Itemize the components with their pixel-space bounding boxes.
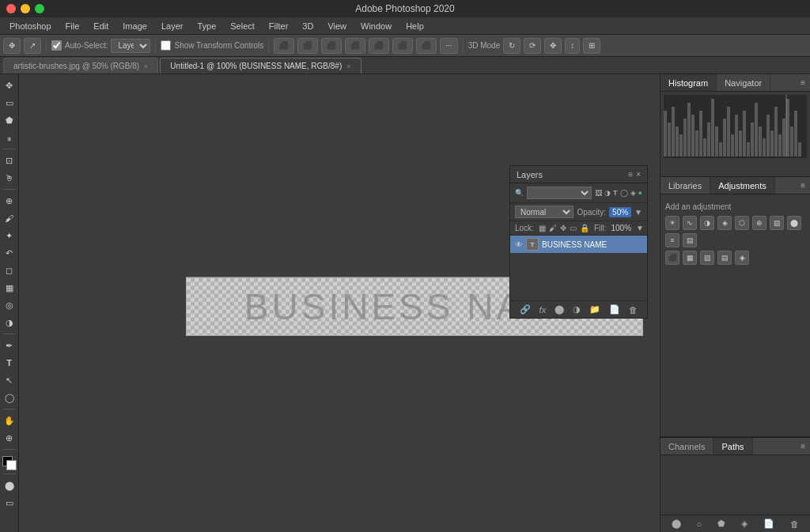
- menu-type[interactable]: Type: [191, 20, 222, 32]
- tab-close-1[interactable]: ×: [346, 62, 350, 70]
- maximize-button[interactable]: [35, 4, 44, 13]
- close-button[interactable]: [6, 4, 16, 13]
- 3d-pan[interactable]: ✥: [544, 38, 562, 54]
- toolbar-move-tool[interactable]: ✥: [3, 38, 21, 54]
- new-layer-icon[interactable]: 📄: [609, 304, 620, 315]
- menu-file[interactable]: File: [59, 20, 86, 32]
- adj-brightness-icon[interactable]: ☀: [665, 216, 679, 230]
- crop-tool[interactable]: ⊡: [2, 153, 17, 168]
- delete-layer-icon[interactable]: 🗑: [629, 305, 638, 315]
- hand-tool[interactable]: ✋: [2, 413, 17, 428]
- magic-wand[interactable]: ⁎: [2, 130, 17, 145]
- tab-navigator[interactable]: Navigator: [717, 74, 770, 91]
- align-center-h[interactable]: ⬛: [297, 38, 318, 54]
- adj-exposure-icon[interactable]: ◑: [700, 216, 714, 230]
- tab-untitled[interactable]: Untitled-1 @ 100% (BUSINESS NAME, RGB/8#…: [160, 58, 361, 74]
- opacity-value[interactable]: 50%: [609, 207, 631, 217]
- adj-invert-icon[interactable]: ⬛: [665, 251, 679, 265]
- menu-layer[interactable]: Layer: [155, 20, 190, 32]
- tab-libraries[interactable]: Libraries: [660, 177, 710, 194]
- lock-image-icon[interactable]: 🖌: [549, 224, 557, 232]
- paths-new-icon[interactable]: 📄: [763, 519, 774, 529]
- align-right[interactable]: ⬛: [321, 38, 342, 54]
- menu-image[interactable]: Image: [116, 20, 153, 32]
- adj-color-balance-icon[interactable]: ⊕: [752, 216, 766, 230]
- filter-type-icon[interactable]: T: [613, 189, 618, 197]
- adj-threshold-icon[interactable]: ▧: [700, 251, 714, 265]
- eyedropper-tool[interactable]: 🖰: [2, 170, 17, 186]
- fill-arrow[interactable]: ▼: [636, 224, 644, 232]
- lock-all-icon[interactable]: 🔒: [580, 224, 589, 232]
- path-select[interactable]: ↖: [2, 372, 17, 388]
- more-options[interactable]: ···: [440, 38, 457, 54]
- layers-close-btn[interactable]: ×: [636, 170, 641, 179]
- lock-position-icon[interactable]: ✥: [560, 224, 566, 232]
- adj-channel-mixer-icon[interactable]: ≡: [665, 233, 679, 247]
- brush-tool[interactable]: 🖌: [2, 210, 17, 226]
- minimize-button[interactable]: [21, 4, 30, 13]
- shape-tool[interactable]: ◯: [2, 390, 17, 406]
- heal-tool[interactable]: ⊕: [2, 193, 17, 209]
- tab-channels[interactable]: Channels: [660, 438, 713, 455]
- autoselectcheckbox[interactable]: [51, 40, 62, 51]
- selection-tool[interactable]: ▭: [2, 95, 17, 111]
- opacity-arrow[interactable]: ▼: [634, 208, 642, 217]
- 3d-rotate[interactable]: ↻: [503, 38, 520, 54]
- tab-artistic-brushes[interactable]: artistic-brushes.jpg @ 50% (RGB/8) ×: [3, 58, 158, 74]
- adj-curves-icon[interactable]: ∿: [683, 216, 697, 230]
- menu-help[interactable]: Help: [399, 20, 430, 32]
- text-tool[interactable]: T: [2, 355, 17, 371]
- filter-shape-icon[interactable]: ◯: [620, 189, 628, 197]
- paths-work-path-icon[interactable]: ◈: [741, 519, 748, 529]
- screen-mode[interactable]: ▭: [2, 495, 17, 511]
- layers-kind-select[interactable]: Kind: [527, 187, 592, 199]
- adjustment-icon[interactable]: ◑: [573, 304, 581, 315]
- adj-photo-filter-icon[interactable]: ⬤: [787, 216, 801, 230]
- gradient-tool[interactable]: ▦: [2, 280, 17, 296]
- adj-hsl-icon[interactable]: ⬡: [735, 216, 749, 230]
- align-center-v[interactable]: ⬛: [369, 38, 389, 54]
- paths-collapse[interactable]: ≡: [801, 442, 805, 451]
- tab-histogram[interactable]: Histogram: [660, 74, 717, 91]
- distribute-h[interactable]: ⬛: [416, 38, 437, 54]
- adj-posterize-icon[interactable]: ▦: [683, 251, 697, 265]
- filter-adjust-icon[interactable]: ◑: [604, 189, 611, 197]
- color-swatch[interactable]: [2, 456, 17, 470]
- layer-visibility-eye[interactable]: 👁: [515, 240, 523, 249]
- pen-tool[interactable]: ✒: [2, 338, 17, 353]
- paths-fill-icon[interactable]: ⬤: [672, 519, 681, 529]
- adj-black-white-icon[interactable]: ▨: [770, 216, 784, 230]
- 3d-slide[interactable]: ↕: [565, 38, 580, 54]
- filter-toggle[interactable]: ●: [638, 189, 642, 197]
- menu-photoshop[interactable]: Photoshop: [3, 20, 58, 32]
- layers-menu-btn[interactable]: ≡: [628, 170, 633, 179]
- 3d-scale[interactable]: ⊞: [583, 38, 600, 54]
- fx-icon[interactable]: fx: [539, 305, 547, 315]
- blur-tool[interactable]: ◎: [2, 297, 17, 313]
- history-brush[interactable]: ↶: [2, 245, 17, 261]
- 3d-orbit[interactable]: ⟳: [524, 38, 541, 54]
- menu-filter[interactable]: Filter: [263, 20, 294, 32]
- menu-view[interactable]: View: [321, 20, 353, 32]
- menu-3d[interactable]: 3D: [296, 20, 320, 32]
- tab-close-0[interactable]: ×: [144, 62, 148, 70]
- quick-mask[interactable]: ⬤: [2, 477, 17, 493]
- add-mask-icon[interactable]: ⬤: [555, 304, 564, 315]
- adj-gradient-map-icon[interactable]: ▤: [717, 251, 732, 265]
- paths-delete-icon[interactable]: 🗑: [790, 519, 799, 529]
- fill-value[interactable]: 100%: [611, 224, 631, 232]
- menu-window[interactable]: Window: [354, 20, 398, 32]
- clone-tool[interactable]: ✦: [2, 228, 17, 243]
- menu-edit[interactable]: Edit: [87, 20, 115, 32]
- background-color[interactable]: [6, 460, 17, 470]
- move-tool[interactable]: ✥: [2, 77, 17, 93]
- menu-select[interactable]: Select: [224, 20, 261, 32]
- adj-selective-color-icon[interactable]: ◈: [735, 251, 749, 265]
- tab-paths[interactable]: Paths: [713, 438, 752, 455]
- lock-transparent-icon[interactable]: ▦: [539, 224, 546, 232]
- adj-vibrance-icon[interactable]: ◈: [717, 216, 732, 230]
- zoom-tool[interactable]: ⊕: [2, 430, 17, 446]
- blend-mode-select[interactable]: Normal: [515, 206, 573, 218]
- histogram-collapse[interactable]: ≡: [801, 78, 805, 87]
- toolbar-arrow[interactable]: ↗: [24, 38, 41, 54]
